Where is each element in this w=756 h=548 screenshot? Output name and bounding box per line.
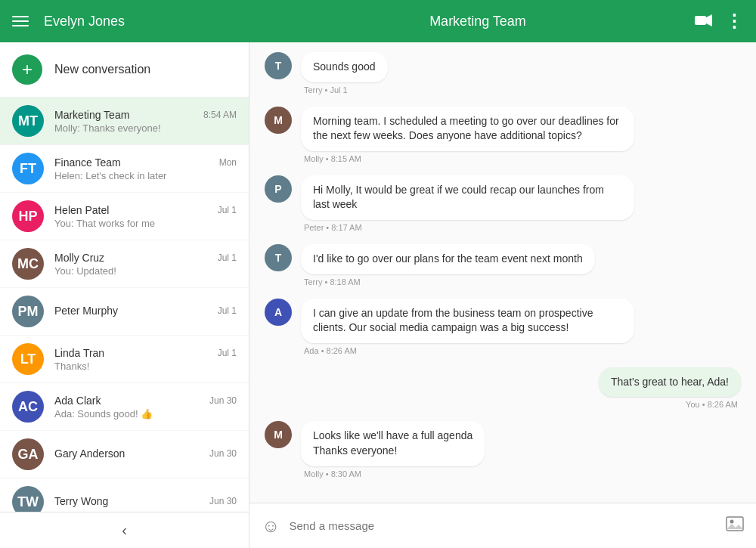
msg-content: Sounds good Terry • Jul 1 <box>301 52 388 94</box>
msg-content: Looks like we'll have a full agendaThank… <box>301 421 485 478</box>
new-conversation-label: New conversation <box>54 63 150 76</box>
svg-rect-0 <box>695 16 706 25</box>
conv-info: Molly Cruz Jul 1 You: Updated! <box>54 252 237 277</box>
msg-bubble: I'd like to go over our plans for the te… <box>301 244 595 274</box>
conv-info: Marketing Team 8:54 AM Molly: Thanks eve… <box>54 109 237 134</box>
conv-time: Mon <box>219 157 237 168</box>
more-options-icon[interactable]: ⋮ <box>725 11 744 32</box>
conv-info: Peter Murphy Jul 1 <box>54 305 237 318</box>
hamburger-menu[interactable] <box>12 16 29 26</box>
msg-avatar: M <box>265 421 292 448</box>
avatar: MT <box>12 105 44 137</box>
msg-bubble: Looks like we'll have a full agendaThank… <box>301 421 485 466</box>
message-group-5: A I can give an update from the business… <box>265 299 741 355</box>
conv-name: Peter Murphy <box>54 305 118 317</box>
conversation-list: MT Marketing Team 8:54 AM Molly: Thanks … <box>0 98 249 512</box>
conv-time: Jun 30 <box>209 448 237 459</box>
conv-name: Linda Tran <box>54 347 104 359</box>
conv-name: Molly Cruz <box>54 252 104 264</box>
msg-meta: Peter • 8:17 AM <box>301 223 634 232</box>
msg-bubble: Morning team. I scheduled a meeting to g… <box>301 107 634 151</box>
new-conv-plus-icon: + <box>12 54 42 85</box>
svg-marker-1 <box>706 14 712 26</box>
msg-content: Morning team. I scheduled a meeting to g… <box>301 107 634 163</box>
conv-preview: You: Updated! <box>54 265 237 277</box>
chevron-left-icon: ‹ <box>122 522 127 539</box>
top-header: Evelyn Jones Marketing Team ⋮ <box>0 0 756 42</box>
message-group-1: T Sounds good Terry • Jul 1 <box>265 52 741 94</box>
svg-marker-4 <box>727 524 743 529</box>
conversation-item-molly-cruz[interactable]: MC Molly Cruz Jul 1 You: Updated! <box>0 240 249 288</box>
message-group-4: T I'd like to go over our plans for the … <box>265 244 741 286</box>
msg-avatar: A <box>265 299 292 326</box>
conv-preview: Helen: Let's check in later <box>54 170 237 181</box>
video-call-icon[interactable] <box>695 13 713 30</box>
msg-meta: Ada • 8:26 AM <box>301 346 634 355</box>
conversation-item-ada-clark[interactable]: AC Ada Clark Jun 30 Ada: Sounds good! 👍 <box>0 383 249 431</box>
msg-meta: Molly • 8:30 AM <box>301 469 485 478</box>
conv-preview: Ada: Sounds good! 👍 <box>54 408 237 420</box>
msg-meta: Terry • 8:18 AM <box>301 277 595 286</box>
conv-time: Jun 30 <box>209 496 237 506</box>
msg-meta: Terry • Jul 1 <box>301 85 388 94</box>
conv-name: Terry Wong <box>54 495 108 507</box>
message-group-6: That's great to hear, Ada! You • 8:26 AM <box>265 367 741 410</box>
conv-info: Terry Wong Jun 30 <box>54 495 237 509</box>
user-name: Evelyn Jones <box>44 14 261 29</box>
conv-preview: Thanks! <box>54 361 237 372</box>
msg-content: That's great to hear, Ada! You • 8:26 AM <box>599 367 741 410</box>
avatar: MC <box>12 248 44 280</box>
conv-time: Jul 1 <box>218 252 237 263</box>
avatar: GA <box>12 438 44 470</box>
msg-avatar: P <box>265 175 292 203</box>
chat-title: Marketing Team <box>261 14 695 29</box>
conversation-item-linda-tran[interactable]: LT Linda Tran Jul 1 Thanks! <box>0 336 249 383</box>
main-layout: + New conversation MT Marketing Team 8:5… <box>0 42 756 548</box>
messages-list: T Sounds good Terry • Jul 1 M Morning te… <box>249 42 756 503</box>
conversation-item-marketing-team[interactable]: MT Marketing Team 8:54 AM Molly: Thanks … <box>0 98 249 145</box>
msg-content: Hi Molly, It would be great if we could … <box>301 175 634 232</box>
avatar: AC <box>12 391 44 423</box>
conv-name: Ada Clark <box>54 395 101 407</box>
message-group-3: P Hi Molly, It would be great if we coul… <box>265 175 741 232</box>
image-attach-button[interactable] <box>726 516 744 536</box>
avatar: LT <box>12 343 44 375</box>
emoji-button[interactable]: ☺ <box>262 515 280 537</box>
msg-bubble: That's great to hear, Ada! <box>599 367 741 398</box>
conv-name: Marketing Team <box>54 109 129 121</box>
new-conversation-button[interactable]: + New conversation <box>0 42 249 98</box>
conversation-item-peter-murphy[interactable]: PM Peter Murphy Jul 1 <box>0 288 249 336</box>
conv-name: Finance Team <box>54 156 121 169</box>
conv-time: Jul 1 <box>218 348 237 358</box>
msg-bubble: I can give an update from the business t… <box>301 299 634 343</box>
conv-info: Helen Patel Jul 1 You: That works for me <box>54 204 237 229</box>
message-input[interactable] <box>290 519 717 532</box>
msg-meta: You • 8:26 AM <box>599 400 741 409</box>
conv-info: Linda Tran Jul 1 Thanks! <box>54 347 237 372</box>
conversation-item-gary-anderson[interactable]: GA Gary Anderson Jun 30 <box>0 431 249 478</box>
conv-time: Jul 1 <box>218 305 237 316</box>
conversation-item-helen-patel[interactable]: HP Helen Patel Jul 1 You: That works for… <box>0 193 249 240</box>
conversation-item-terry-wong[interactable]: TW Terry Wong Jun 30 <box>0 478 249 512</box>
msg-meta: Molly • 8:15 AM <box>301 154 634 163</box>
conv-time: 8:54 AM <box>203 110 237 120</box>
avatar: FT <box>12 153 44 184</box>
sidebar-collapse-button[interactable]: ‹ <box>0 512 249 548</box>
avatar: TW <box>12 486 44 512</box>
conv-name: Helen Patel <box>54 204 109 216</box>
sidebar: + New conversation MT Marketing Team 8:5… <box>0 42 249 548</box>
msg-bubble: Hi Molly, It would be great if we could … <box>301 175 634 220</box>
msg-bubble: Sounds good <box>301 52 388 82</box>
conversation-item-finance-team[interactable]: FT Finance Team Mon Helen: Let's check i… <box>0 145 249 193</box>
msg-content: I'd like to go over our plans for the te… <box>301 244 595 286</box>
message-group-7: M Looks like we'll have a full agendaTha… <box>265 421 741 478</box>
message-group-2: M Morning team. I scheduled a meeting to… <box>265 107 741 163</box>
msg-avatar: M <box>265 107 292 134</box>
conv-preview: Molly: Thanks everyone! <box>54 122 237 134</box>
message-input-area: ☺ <box>249 503 756 548</box>
avatar: HP <box>12 200 44 232</box>
conv-preview: You: That works for me <box>54 218 237 229</box>
svg-point-3 <box>730 519 734 523</box>
conv-info: Gary Anderson Jun 30 <box>54 447 237 461</box>
conv-time: Jul 1 <box>218 205 237 215</box>
